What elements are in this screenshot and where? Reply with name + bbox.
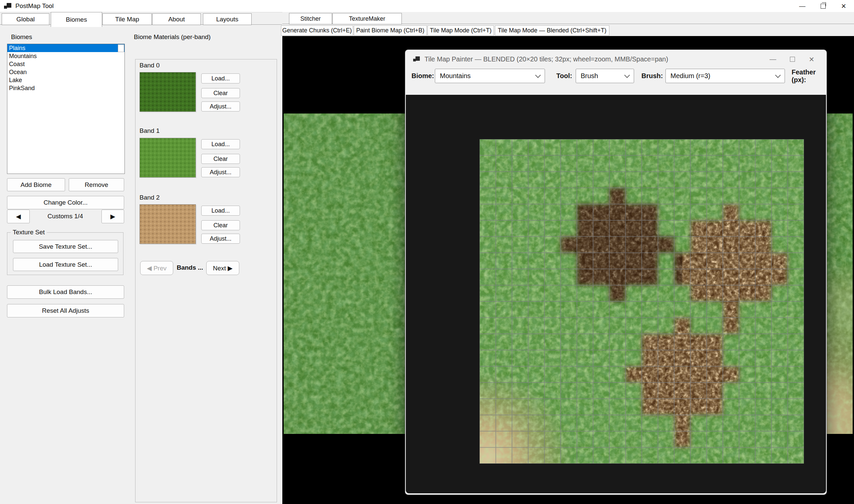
band-2-clear-button[interactable]: Clear [201,220,240,230]
add-biome-button[interactable]: Add Biome [7,178,65,191]
band-0-label: Band 0 [140,62,160,69]
customs-page-label: Customs 1/4 [29,210,102,223]
tile-grid [479,139,804,464]
minimize-icon: — [799,2,805,10]
tool-dropdown-value: Brush [581,72,598,80]
band-0-preview [140,72,196,112]
restore-button[interactable] [813,0,833,12]
bulk-load-bands-button[interactable]: Bulk Load Bands... [7,285,124,299]
biome-dropdown[interactable]: Mountains [435,69,545,83]
list-item-pinksand[interactable]: PinkSand [7,84,125,92]
right-arrow-icon: ▶ [110,213,115,220]
biomes-listbox[interactable]: Plains Mountains Coast Ocean Lake PinkSa… [7,44,125,174]
tab-about[interactable]: About [152,13,201,25]
biome-dropdown-label: Biome: [412,69,434,83]
band-2-load-button[interactable]: Load... [201,205,240,216]
bands-next-button[interactable]: Next ▶ [206,261,239,275]
tab-tile-map[interactable]: Tile Map [103,13,152,25]
list-item-ocean[interactable]: Ocean [7,68,125,76]
list-scrollbar[interactable] [118,44,124,52]
chevron-down-icon [775,72,781,78]
tab-layouts[interactable]: Layouts [203,13,252,25]
window-title: PostMap Tool [15,2,54,10]
painter-titlebar[interactable]: Tile Map Painter — BLENDED (20×20 tiles;… [405,50,826,69]
paint-biome-map-button[interactable]: Paint Biome Map (Ctrl+B) [354,25,427,36]
close-button[interactable]: ✕ [833,0,854,12]
chevron-down-icon [535,72,541,78]
band-2-adjust-button[interactable]: Adjust... [201,234,240,244]
customs-next-button[interactable]: ▶ [102,210,124,223]
tool-dropdown[interactable]: Brush [576,69,634,83]
band-1-clear-button[interactable]: Clear [201,154,240,164]
painter-title: Tile Map Painter — BLENDED (20×20 tiles;… [424,55,668,63]
painter-maximize-button[interactable] [783,52,802,67]
change-color-button[interactable]: Change Color... [7,196,124,209]
painter-close-button[interactable]: ✕ [802,52,821,67]
painter-app-icon [413,56,420,63]
brush-dropdown-label: Brush: [641,69,663,83]
painter-canvas[interactable] [406,95,826,493]
tile-map-mode-blended-button[interactable]: Tile Map Mode — Blended (Ctrl+Shift+T) [495,25,610,36]
band-0-load-button[interactable]: Load... [201,73,240,84]
generate-chunks-button[interactable]: Generate Chunks (Ctrl+E) [281,25,353,36]
tab-texturemaker[interactable]: TextureMaker [332,13,402,24]
remove-biome-button[interactable]: Remove [69,178,124,191]
load-texture-set-button[interactable]: Load Texture Set... [13,258,118,271]
biome-dropdown-value: Mountains [440,72,471,80]
painter-minimize-button[interactable]: — [763,52,783,67]
tile-map[interactable] [479,139,804,464]
tile-map-mode-button[interactable]: Tile Map Mode (Ctrl+T) [428,25,494,36]
materials-label: Biome Materials (per-band) [134,33,211,41]
brush-dropdown[interactable]: Medium (r=3) [666,69,785,83]
tile-map-painter-window: Tile Map Painter — BLENDED (20×20 tiles;… [405,49,827,495]
tool-dropdown-label: Tool: [556,69,572,83]
tab-stitcher[interactable]: Stitcher [289,13,332,24]
minimize-icon: — [769,55,776,63]
band-0-clear-button[interactable]: Clear [201,88,240,98]
band-2-label: Band 2 [140,194,160,201]
close-icon: ✕ [841,2,846,10]
postmap-tool-window: PostMap Tool — ✕ Global Biomes Tile Map … [0,0,854,504]
brush-dropdown-value: Medium (r=3) [670,72,710,80]
feather-label: Feather (px): [792,69,826,83]
bands-nav-label: Bands ... [174,261,206,274]
list-item-coast[interactable]: Coast [7,60,125,68]
texture-set-group: Texture Set Save Texture Set... Load Tex… [7,232,124,275]
save-texture-set-button[interactable]: Save Texture Set... [13,240,118,253]
band-1-adjust-button[interactable]: Adjust... [201,167,240,177]
list-item-plains[interactable]: Plains [7,44,125,52]
tab-biomes[interactable]: Biomes [51,12,102,27]
band-0-adjust-button[interactable]: Adjust... [201,102,240,111]
materials-box [135,59,277,502]
list-item-lake[interactable]: Lake [7,76,125,84]
band-2-preview [140,204,196,244]
biomes-label: Biomes [11,33,32,41]
tab-global[interactable]: Global [2,13,49,25]
list-item-mountains[interactable]: Mountains [7,52,125,60]
band-1-preview [140,138,196,178]
app-icon [4,2,12,10]
band-1-label: Band 1 [140,127,160,134]
maximize-icon [790,57,795,62]
reset-all-adjusts-button[interactable]: Reset All Adjusts [7,304,124,318]
restore-icon [821,4,825,9]
band-1-load-button[interactable]: Load... [201,139,240,149]
left-arrow-icon: ◀ [16,213,21,220]
titlebar: PostMap Tool — ✕ [0,0,854,12]
texture-set-label: Texture Set [11,229,47,236]
bands-prev-button[interactable]: ◀ Prev [140,261,173,275]
minimize-button[interactable]: — [792,0,813,12]
customs-prev-button[interactable]: ◀ [7,210,30,223]
close-icon: ✕ [809,55,815,64]
chevron-down-icon [624,72,630,78]
